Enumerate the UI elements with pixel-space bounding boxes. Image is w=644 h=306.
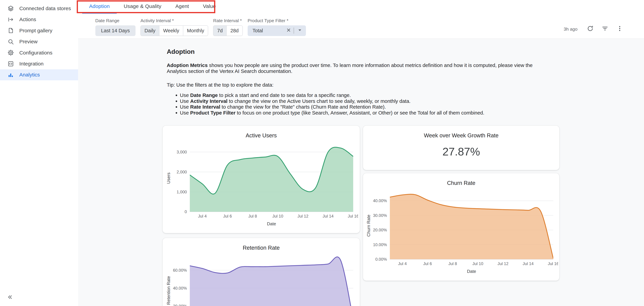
- bullet-item: Use Activity Interval to change the view…: [180, 98, 559, 104]
- chart-title: Active Users: [162, 132, 360, 139]
- arrow-from-bar-icon: [8, 16, 14, 23]
- activity-interval-segmented: Daily Weekly Monthly: [140, 25, 208, 36]
- sidebar-item-analytics[interactable]: Analytics: [0, 69, 78, 80]
- sidebar-item-actions[interactable]: Actions: [0, 14, 78, 25]
- vertex-ai-analytics-page: Connected data stores Actions Prompt gal…: [0, 0, 644, 306]
- product-type-label: Product Type Filter *: [248, 18, 306, 23]
- product-type-value: Total: [252, 28, 263, 33]
- rate-28d-button[interactable]: 28d: [226, 26, 242, 36]
- svg-text:10.00%: 10.00%: [373, 242, 387, 247]
- tab-value[interactable]: Value: [196, 0, 223, 13]
- more-vert-icon: [616, 25, 623, 33]
- tips-list: Use Date Range to pick a start and end d…: [167, 92, 559, 116]
- churn-rate-chart: 0.00%10.00%20.00%30.00%40.00%Jul 4Jul 6J…: [364, 187, 558, 275]
- bullet-item: Use Rate Interval to change the view for…: [180, 104, 559, 110]
- date-range-button[interactable]: Last 14 Days: [95, 25, 136, 36]
- svg-text:20.00%: 20.00%: [173, 304, 187, 306]
- charts-grid: Active Users 01,0002,0003,000Jul 4Jul 6J…: [162, 126, 559, 306]
- svg-text:Jul 16: Jul 16: [348, 214, 358, 218]
- more-options-button[interactable]: [614, 24, 625, 34]
- product-type-select[interactable]: Total: [248, 25, 306, 36]
- intro-paragraph: Adoption Metrics shows you how people ar…: [167, 62, 546, 74]
- search-icon: [8, 38, 14, 45]
- dropdown-arrow-icon[interactable]: [297, 27, 303, 34]
- filter-toolbar: 3h ago: [564, 24, 625, 34]
- sidebar-item-label: Configurations: [19, 50, 52, 56]
- tip-paragraph: Tip: Use the filters at the top to explo…: [167, 82, 546, 88]
- sidebar-item-label: Integration: [19, 61, 44, 67]
- tab-agent[interactable]: Agent: [168, 0, 196, 13]
- wow-growth-value: 27.87%: [363, 145, 559, 158]
- content-area: Adoption Adoption Metrics shows you how …: [78, 39, 644, 306]
- bullet-rest: to change the view for the "Rate" charts…: [220, 104, 386, 110]
- divider: [294, 27, 294, 34]
- svg-text:Jul 4: Jul 4: [198, 214, 207, 218]
- activity-monthly-button[interactable]: Monthly: [183, 26, 208, 36]
- filter-bar: Date Range Last 14 Days Activity Interva…: [78, 13, 644, 39]
- bullet-pre: Use: [180, 98, 190, 104]
- svg-text:Jul 10: Jul 10: [272, 214, 283, 218]
- sidebar-item-label: Connected data stores: [19, 5, 71, 11]
- svg-text:Jul 12: Jul 12: [298, 214, 308, 218]
- bullet-rest: to change the view on the Active Users c…: [228, 98, 410, 104]
- retention-rate-card: Retention Rate 0.00%20.00%40.00%60.00%Ju…: [162, 238, 360, 306]
- bullet-item: Use Product Type Filter to focus on one …: [180, 110, 559, 116]
- last-refreshed-text: 3h ago: [564, 26, 578, 32]
- clear-icon[interactable]: [286, 27, 292, 34]
- date-range-label: Date Range: [95, 18, 136, 23]
- svg-text:Retention Rate: Retention Rate: [166, 276, 171, 305]
- activity-weekly-button[interactable]: Weekly: [159, 26, 183, 36]
- collapse-sidebar-button[interactable]: [5, 293, 15, 303]
- svg-text:40.00%: 40.00%: [173, 286, 187, 291]
- svg-text:Jul 8: Jul 8: [248, 214, 257, 218]
- svg-text:3,000: 3,000: [177, 150, 187, 154]
- refresh-button[interactable]: [585, 24, 596, 34]
- page-title: Adoption: [167, 48, 559, 55]
- rate-interval-group: Rate Interval * 7d 28d: [213, 18, 242, 36]
- sidebar-item-label: Preview: [19, 39, 38, 44]
- svg-text:2,000: 2,000: [177, 170, 187, 174]
- tab-usage-quality[interactable]: Usage & Quality: [117, 0, 168, 13]
- chart-title: Week over Week Growth Rate: [363, 132, 559, 139]
- intro-bold: Adoption Metrics: [167, 62, 208, 68]
- double-chevron-left-icon: [6, 294, 13, 302]
- svg-text:Jul 10: Jul 10: [472, 261, 483, 266]
- svg-text:Users: Users: [166, 172, 171, 183]
- sidebar-item-connected-data-stores[interactable]: Connected data stores: [0, 3, 78, 14]
- svg-text:Jul 14: Jul 14: [522, 261, 534, 266]
- svg-text:40.00%: 40.00%: [373, 198, 387, 203]
- main-area: Adoption Usage & Quality Agent Value Dat…: [78, 0, 644, 306]
- code-box-icon: [8, 61, 14, 67]
- svg-text:20.00%: 20.00%: [373, 228, 387, 232]
- svg-text:Jul 6: Jul 6: [423, 261, 432, 266]
- active-users-card: Active Users 01,0002,0003,000Jul 4Jul 6J…: [162, 126, 360, 233]
- bullet-rest: to pick a start and end date to see data…: [218, 92, 351, 98]
- date-range-group: Date Range Last 14 Days: [95, 18, 136, 36]
- filter-button[interactable]: [600, 24, 610, 34]
- svg-text:Jul 14: Jul 14: [322, 214, 334, 218]
- sidebar-item-integration[interactable]: Integration: [0, 58, 78, 69]
- sidebar-item-label: Analytics: [19, 72, 40, 78]
- tab-bar: Adoption Usage & Quality Agent Value: [78, 0, 644, 13]
- sidebar-item-label: Prompt gallery: [19, 28, 52, 33]
- refresh-icon: [587, 25, 594, 33]
- sidebar-item-preview[interactable]: Preview: [0, 36, 78, 47]
- svg-text:Jul 16: Jul 16: [548, 261, 558, 266]
- layers-icon: [8, 5, 14, 12]
- tab-adoption[interactable]: Adoption: [82, 0, 117, 13]
- bullet-rest: to focus on one product type (like Searc…: [236, 110, 484, 116]
- bullet-bold: Date Range: [190, 92, 218, 98]
- sidebar-item-configurations[interactable]: Configurations: [0, 47, 78, 58]
- svg-text:Jul 8: Jul 8: [448, 261, 457, 266]
- svg-text:Jul 4: Jul 4: [398, 261, 407, 266]
- active-users-chart: 01,0002,0003,000Jul 4Jul 6Jul 8Jul 10Jul…: [164, 140, 358, 227]
- activity-daily-button[interactable]: Daily: [141, 26, 159, 36]
- sidebar-item-prompt-gallery[interactable]: Prompt gallery: [0, 25, 78, 36]
- retention-rate-chart: 0.00%20.00%40.00%60.00%Jul 4Jul 6Jul 8Ju…: [164, 252, 358, 306]
- churn-rate-card: Churn Rate 0.00%10.00%20.00%30.00%40.00%…: [363, 173, 559, 281]
- gear-icon: [8, 49, 14, 56]
- chart-title: Churn Rate: [363, 180, 559, 186]
- sidebar-item-label: Actions: [19, 16, 36, 22]
- bullet-item: Use Date Range to pick a start and end d…: [180, 92, 559, 98]
- rate-7d-button[interactable]: 7d: [214, 26, 226, 36]
